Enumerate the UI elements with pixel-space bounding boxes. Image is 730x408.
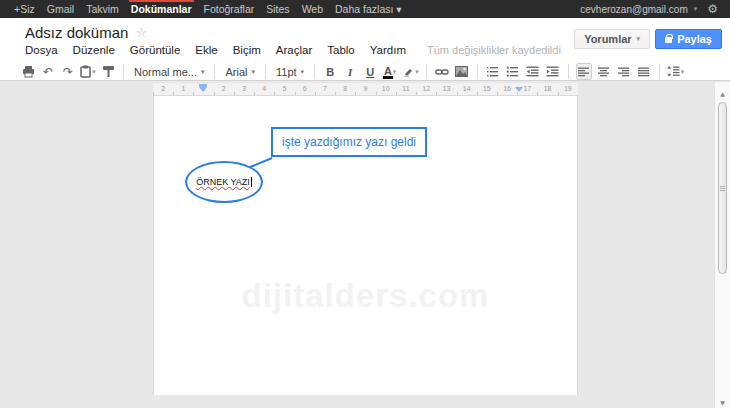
ruler-number: 9 bbox=[355, 83, 375, 95]
topbar-nav-item[interactable]: Gmail bbox=[41, 0, 80, 18]
document-page[interactable]: dijitalders.com işte yazdığımız yazı gel… bbox=[153, 95, 578, 395]
topbar-nav-item[interactable]: Daha fazlası ▾ bbox=[329, 0, 408, 18]
styles-dropdown[interactable]: Normal me... ▾ bbox=[131, 66, 207, 78]
increase-indent-button[interactable] bbox=[545, 63, 561, 80]
underline-button[interactable]: U bbox=[362, 63, 378, 80]
bulleted-list-button[interactable] bbox=[505, 63, 521, 80]
ruler-number: 11 bbox=[396, 83, 416, 95]
align-right-button[interactable] bbox=[616, 63, 632, 80]
ruler-number: 19 bbox=[558, 83, 578, 95]
chevron-down-icon: ▾ bbox=[252, 68, 256, 76]
scrollbar-grip bbox=[720, 186, 725, 191]
title-row: Adsız doküman ☆ bbox=[25, 24, 147, 41]
chevron-down-icon: ▾ bbox=[393, 68, 397, 76]
ruler-number: 13 bbox=[436, 83, 456, 95]
toolbar-separator bbox=[659, 64, 660, 79]
justify-button[interactable] bbox=[636, 63, 652, 80]
toolbar-separator bbox=[568, 64, 569, 79]
bold-button[interactable]: B bbox=[322, 63, 338, 80]
ruler[interactable]: 2112345678910111213141516171819 bbox=[153, 83, 578, 95]
toolbar-separator bbox=[426, 64, 427, 79]
menu-item[interactable]: Tablo bbox=[327, 44, 355, 56]
menu-item[interactable]: Biçim bbox=[233, 44, 261, 56]
insert-link-button[interactable] bbox=[434, 63, 450, 80]
font-dropdown[interactable]: Arial ▾ bbox=[222, 66, 258, 78]
menu-item[interactable]: Yardım bbox=[370, 44, 406, 56]
print-button[interactable] bbox=[20, 63, 36, 80]
ruler-number: 2 bbox=[214, 83, 234, 95]
account-email[interactable]: cevherozan@gmail.com bbox=[580, 4, 687, 15]
chevron-down-icon: ▾ bbox=[92, 68, 96, 76]
first-line-indent-marker[interactable] bbox=[199, 84, 207, 87]
numbered-list-button[interactable] bbox=[485, 63, 501, 80]
text-color-button[interactable]: A ▾ bbox=[382, 63, 398, 80]
web-clipboard-button[interactable]: ▾ bbox=[80, 63, 96, 80]
redo-button[interactable]: ↷ bbox=[60, 63, 76, 80]
callout-box[interactable]: işte yazdığımız yazı geldi bbox=[271, 127, 427, 157]
insert-image-button[interactable] bbox=[454, 63, 470, 80]
highlight-color-button[interactable]: ▾ bbox=[402, 63, 419, 80]
menu-item[interactable]: Görüntüle bbox=[130, 44, 181, 56]
account-dropdown-icon[interactable]: ▾ bbox=[694, 5, 698, 13]
menu-item[interactable]: Dosya bbox=[25, 44, 58, 56]
ruler-number: 15 bbox=[477, 83, 497, 95]
menu-item[interactable]: Araçlar bbox=[276, 44, 312, 56]
left-indent-marker[interactable] bbox=[199, 87, 207, 92]
undo-button[interactable]: ↶ bbox=[40, 63, 56, 80]
vertical-scrollbar[interactable]: ▲ ▼ bbox=[714, 82, 730, 408]
ruler-number: 4 bbox=[254, 83, 274, 95]
topbar-nav-item[interactable]: Sites bbox=[260, 0, 295, 18]
comments-button[interactable]: Yorumlar ▾ bbox=[574, 29, 650, 49]
ruler-number: 5 bbox=[274, 83, 294, 95]
topbar-nav-item[interactable]: Dokümanlar bbox=[125, 0, 198, 18]
font-size-dropdown[interactable]: 11pt ▾ bbox=[273, 66, 307, 78]
google-docs-app: +SizGmailTakvimDokümanlarFotoğraflarSite… bbox=[0, 0, 730, 408]
gear-icon[interactable]: ⚙ bbox=[703, 2, 722, 16]
ruler-number: 18 bbox=[537, 83, 557, 95]
document-title[interactable]: Adsız doküman bbox=[25, 24, 128, 41]
topbar-nav-item[interactable]: +Siz bbox=[8, 0, 41, 18]
ellipse-text: ÖRNEK YAZI bbox=[196, 177, 250, 187]
scrollbar-thumb[interactable] bbox=[718, 102, 727, 274]
ruler-number: 12 bbox=[416, 83, 436, 95]
ellipse-shape[interactable]: ÖRNEK YAZI bbox=[185, 161, 263, 203]
star-icon[interactable]: ☆ bbox=[135, 25, 147, 40]
chevron-down-icon: ▾ bbox=[201, 68, 205, 76]
share-button[interactable]: Paylaş bbox=[655, 29, 722, 49]
account-area: cevherozan@gmail.com ▾ ⚙ bbox=[580, 0, 722, 18]
align-left-button[interactable] bbox=[576, 63, 592, 80]
save-status: Tüm değişiklikler kaydedildi bbox=[427, 44, 561, 56]
ruler-number: 6 bbox=[295, 83, 315, 95]
document-chrome: Adsız doküman ☆ DosyaDüzenleGörüntüleEkl… bbox=[0, 18, 730, 81]
toolbar-separator bbox=[123, 64, 124, 79]
menu-item[interactable]: Düzenle bbox=[73, 44, 115, 56]
toolbar-separator bbox=[265, 64, 266, 79]
topbar-nav-item[interactable]: Fotoğraflar bbox=[198, 0, 261, 18]
right-indent-marker[interactable] bbox=[515, 87, 523, 92]
decrease-indent-button[interactable] bbox=[525, 63, 541, 80]
italic-button[interactable]: I bbox=[342, 63, 358, 80]
ruler-number: 1 bbox=[173, 83, 193, 95]
header-buttons: Yorumlar ▾ Paylaş bbox=[574, 29, 722, 49]
chevron-down-icon: ▾ bbox=[681, 68, 685, 76]
align-center-button[interactable] bbox=[596, 63, 612, 80]
chevron-down-icon: ▾ bbox=[415, 68, 419, 76]
scroll-up-arrow[interactable]: ▲ bbox=[715, 90, 730, 97]
text-cursor bbox=[251, 177, 252, 187]
menu-bar: DosyaDüzenleGörüntüleEkleBiçimAraçlarTab… bbox=[25, 44, 561, 56]
paint-format-button[interactable] bbox=[100, 63, 116, 80]
google-services-bar: +SizGmailTakvimDokümanlarFotoğraflarSite… bbox=[0, 0, 730, 18]
chevron-down-icon: ▾ bbox=[637, 35, 641, 43]
toolbar-separator bbox=[314, 64, 315, 79]
ruler-number: 8 bbox=[335, 83, 355, 95]
menu-item[interactable]: Ekle bbox=[195, 44, 217, 56]
formatting-toolbar: ↶ ↷ ▾ Normal me... ▾ Arial ▾ 11pt ▾ bbox=[20, 62, 710, 81]
topbar-nav-item[interactable]: Takvim bbox=[80, 0, 125, 18]
ruler-number: 7 bbox=[315, 83, 335, 95]
topbar-nav-item[interactable]: Web bbox=[296, 0, 329, 18]
toolbar-separator bbox=[477, 64, 478, 79]
line-spacing-button[interactable]: ▾ bbox=[667, 63, 685, 80]
toolbar-separator bbox=[214, 64, 215, 79]
scroll-down-arrow[interactable]: ▼ bbox=[715, 399, 730, 406]
ruler-number: 3 bbox=[234, 83, 254, 95]
